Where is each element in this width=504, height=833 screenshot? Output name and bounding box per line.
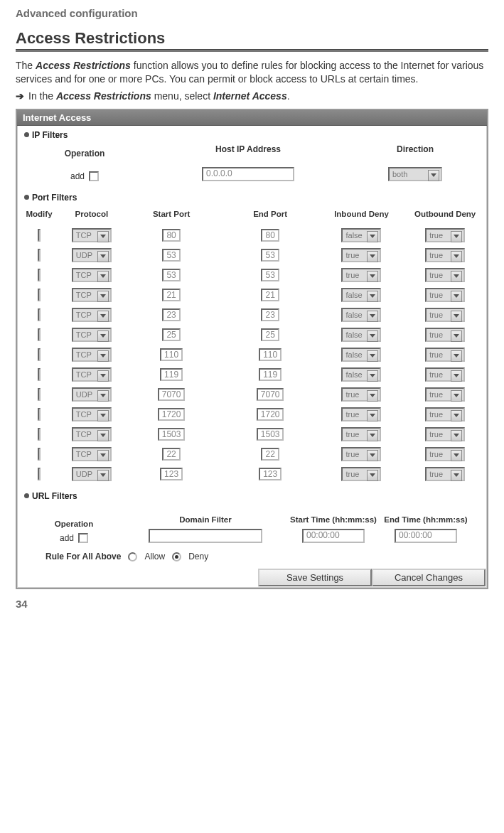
modify-checkbox[interactable] xyxy=(38,269,41,281)
end-port-input[interactable]: 1720 xyxy=(257,408,284,421)
modify-checkbox[interactable] xyxy=(38,408,41,421)
inbound-deny-select[interactable]: true xyxy=(341,467,381,481)
end-port-input[interactable]: 25 xyxy=(261,328,279,341)
start-port-input[interactable]: 119 xyxy=(160,368,183,381)
protocol-select[interactable]: TCP xyxy=(72,228,112,242)
inbound-deny-select[interactable]: true xyxy=(341,268,381,282)
outbound-deny-select[interactable]: true xyxy=(425,308,465,322)
start-port-input[interactable]: 1720 xyxy=(158,408,186,421)
outbound-deny-select[interactable]: true xyxy=(425,248,465,262)
end-port-input[interactable]: 21 xyxy=(261,289,279,301)
outbound-deny-select[interactable]: true xyxy=(425,367,465,382)
start-port-input[interactable]: 22 xyxy=(162,448,180,461)
end-port-input[interactable]: 123 xyxy=(259,468,282,480)
inbound-deny-select[interactable]: true xyxy=(341,407,381,421)
rule-label: Rule For All Above xyxy=(45,552,121,561)
modify-checkbox[interactable] xyxy=(38,328,41,341)
protocol-select[interactable]: TCP xyxy=(72,328,112,342)
modify-checkbox[interactable] xyxy=(38,348,41,361)
table-row: TCP8080falsetrue xyxy=(17,225,487,245)
url-domain-input[interactable] xyxy=(149,529,262,543)
start-port-input[interactable]: 80 xyxy=(162,229,180,242)
end-port-input[interactable]: 119 xyxy=(259,368,282,381)
inbound-deny-select[interactable]: true xyxy=(341,447,381,461)
ip-col-direction: Direction xyxy=(397,144,434,154)
url-end-time-input[interactable]: 00:00:00 xyxy=(395,529,457,543)
cancel-changes-button[interactable]: Cancel Changes xyxy=(372,569,486,586)
modify-checkbox[interactable] xyxy=(38,448,41,461)
protocol-select[interactable]: TCP xyxy=(72,407,112,421)
inbound-deny-select[interactable]: false xyxy=(341,228,381,242)
end-port-input[interactable]: 23 xyxy=(261,308,279,321)
ip-col-operation: Operation xyxy=(65,149,105,158)
modify-checkbox[interactable] xyxy=(38,468,41,480)
outbound-deny-select[interactable]: true xyxy=(425,467,465,481)
outbound-deny-select[interactable]: true xyxy=(425,387,465,402)
start-port-input[interactable]: 123 xyxy=(160,468,183,480)
modify-checkbox[interactable] xyxy=(38,388,41,401)
end-port-input[interactable]: 7070 xyxy=(257,388,284,401)
inbound-deny-select[interactable]: false xyxy=(341,367,381,382)
start-port-input[interactable]: 23 xyxy=(162,308,180,321)
protocol-select[interactable]: TCP xyxy=(72,268,112,282)
inbound-deny-select[interactable]: false xyxy=(341,328,381,342)
outbound-deny-select[interactable]: true xyxy=(425,348,465,362)
outbound-deny-select[interactable]: true xyxy=(425,268,465,282)
th-protocol: Protocol xyxy=(61,204,122,225)
modify-checkbox[interactable] xyxy=(38,308,41,321)
end-port-input[interactable]: 1503 xyxy=(257,428,284,441)
start-port-input[interactable]: 7070 xyxy=(158,388,186,401)
start-port-input[interactable]: 53 xyxy=(162,269,180,281)
modify-checkbox[interactable] xyxy=(38,368,41,381)
protocol-select[interactable]: TCP xyxy=(72,427,112,441)
rule-deny-radio[interactable] xyxy=(172,552,181,561)
start-port-input[interactable]: 21 xyxy=(162,289,180,301)
inbound-deny-select[interactable]: true xyxy=(341,248,381,262)
outbound-deny-select[interactable]: true xyxy=(425,228,465,242)
ip-add-checkbox[interactable] xyxy=(89,171,99,181)
protocol-select[interactable]: UDP xyxy=(72,387,112,402)
breadcrumb: Advanced configuration xyxy=(16,7,488,19)
end-port-input[interactable]: 110 xyxy=(259,348,282,361)
url-add-checkbox[interactable] xyxy=(78,533,88,543)
protocol-select[interactable]: TCP xyxy=(72,288,112,302)
start-port-input[interactable]: 25 xyxy=(162,328,180,341)
inbound-deny-select[interactable]: false xyxy=(341,308,381,322)
start-port-input[interactable]: 53 xyxy=(162,249,180,262)
table-row: TCP2222truetrue xyxy=(17,444,487,464)
modify-checkbox[interactable] xyxy=(38,289,41,301)
outbound-deny-select[interactable]: true xyxy=(425,447,465,461)
table-row: TCP2121falsetrue xyxy=(17,285,487,305)
protocol-select[interactable]: TCP xyxy=(72,367,112,382)
end-port-input[interactable]: 53 xyxy=(261,269,279,281)
protocol-select[interactable]: TCP xyxy=(72,308,112,322)
end-port-input[interactable]: 53 xyxy=(261,249,279,262)
url-filters-label: URL Filters xyxy=(32,491,77,501)
ip-filters-heading: IP Filters xyxy=(24,130,480,140)
start-port-input[interactable]: 1503 xyxy=(158,428,186,441)
protocol-select[interactable]: UDP xyxy=(72,467,112,481)
outbound-deny-select[interactable]: true xyxy=(425,328,465,342)
start-port-input[interactable]: 110 xyxy=(160,348,183,361)
url-filters-row: Operation add Domain Filter Start Time (… xyxy=(17,503,487,549)
ip-host-input[interactable]: 0.0.0.0 xyxy=(202,167,294,181)
outbound-deny-select[interactable]: true xyxy=(425,288,465,302)
url-start-time-input[interactable]: 00:00:00 xyxy=(302,529,365,543)
protocol-select[interactable]: TCP xyxy=(72,447,112,461)
inbound-deny-select[interactable]: false xyxy=(341,348,381,362)
inbound-deny-select[interactable]: true xyxy=(341,427,381,441)
protocol-select[interactable]: UDP xyxy=(72,248,112,262)
end-port-input[interactable]: 22 xyxy=(261,448,279,461)
rule-allow-radio[interactable] xyxy=(128,552,137,561)
end-port-input[interactable]: 80 xyxy=(261,229,279,242)
protocol-select[interactable]: TCP xyxy=(72,348,112,362)
modify-checkbox[interactable] xyxy=(38,249,41,262)
modify-checkbox[interactable] xyxy=(38,428,41,441)
outbound-deny-select[interactable]: true xyxy=(425,407,465,421)
modify-checkbox[interactable] xyxy=(38,229,41,242)
ip-direction-select[interactable]: both xyxy=(388,167,442,181)
inbound-deny-select[interactable]: false xyxy=(341,288,381,302)
inbound-deny-select[interactable]: true xyxy=(341,387,381,402)
outbound-deny-select[interactable]: true xyxy=(425,427,465,441)
save-settings-button[interactable]: Save Settings xyxy=(258,569,372,586)
